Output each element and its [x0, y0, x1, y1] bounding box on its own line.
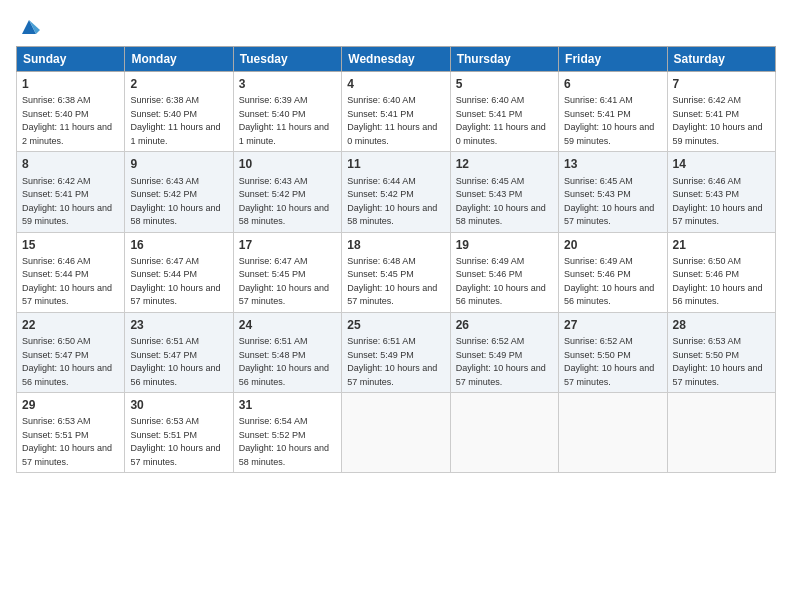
daylight: Daylight: 10 hours and 56 minutes.	[239, 363, 329, 387]
day-number: 26	[456, 317, 553, 333]
sunrise: Sunrise: 6:53 AM	[130, 416, 199, 426]
sunrise: Sunrise: 6:45 AM	[456, 176, 525, 186]
day-number: 15	[22, 237, 119, 253]
daylight: Daylight: 10 hours and 57 minutes.	[347, 363, 437, 387]
sunset: Sunset: 5:51 PM	[130, 430, 197, 440]
day-cell: 5Sunrise: 6:40 AMSunset: 5:41 PMDaylight…	[450, 72, 558, 152]
sunset: Sunset: 5:42 PM	[239, 189, 306, 199]
col-header-thursday: Thursday	[450, 47, 558, 72]
sunset: Sunset: 5:51 PM	[22, 430, 89, 440]
sunrise: Sunrise: 6:49 AM	[456, 256, 525, 266]
day-cell: 17Sunrise: 6:47 AMSunset: 5:45 PMDayligh…	[233, 232, 341, 312]
daylight: Daylight: 10 hours and 57 minutes.	[564, 363, 654, 387]
header-row: SundayMondayTuesdayWednesdayThursdayFrid…	[17, 47, 776, 72]
daylight: Daylight: 10 hours and 58 minutes.	[239, 203, 329, 227]
day-number: 24	[239, 317, 336, 333]
daylight: Daylight: 10 hours and 59 minutes.	[22, 203, 112, 227]
week-row-5: 29Sunrise: 6:53 AMSunset: 5:51 PMDayligh…	[17, 393, 776, 473]
col-header-tuesday: Tuesday	[233, 47, 341, 72]
week-row-4: 22Sunrise: 6:50 AMSunset: 5:47 PMDayligh…	[17, 312, 776, 392]
daylight: Daylight: 10 hours and 59 minutes.	[673, 122, 763, 146]
logo-icon	[18, 16, 40, 38]
day-cell	[667, 393, 775, 473]
day-number: 1	[22, 76, 119, 92]
daylight: Daylight: 10 hours and 56 minutes.	[673, 283, 763, 307]
daylight: Daylight: 10 hours and 57 minutes.	[239, 283, 329, 307]
sunrise: Sunrise: 6:52 AM	[564, 336, 633, 346]
sunset: Sunset: 5:40 PM	[130, 109, 197, 119]
sunrise: Sunrise: 6:38 AM	[130, 95, 199, 105]
header	[16, 16, 776, 38]
sunrise: Sunrise: 6:53 AM	[673, 336, 742, 346]
day-number: 8	[22, 156, 119, 172]
day-number: 16	[130, 237, 227, 253]
sunrise: Sunrise: 6:54 AM	[239, 416, 308, 426]
day-number: 29	[22, 397, 119, 413]
daylight: Daylight: 10 hours and 58 minutes.	[130, 203, 220, 227]
day-number: 30	[130, 397, 227, 413]
sunset: Sunset: 5:44 PM	[22, 269, 89, 279]
sunset: Sunset: 5:41 PM	[22, 189, 89, 199]
sunset: Sunset: 5:42 PM	[130, 189, 197, 199]
calendar-page: SundayMondayTuesdayWednesdayThursdayFrid…	[0, 0, 792, 483]
day-number: 2	[130, 76, 227, 92]
logo	[16, 16, 44, 38]
sunrise: Sunrise: 6:51 AM	[239, 336, 308, 346]
daylight: Daylight: 10 hours and 57 minutes.	[22, 283, 112, 307]
sunset: Sunset: 5:50 PM	[673, 350, 740, 360]
day-number: 19	[456, 237, 553, 253]
day-number: 20	[564, 237, 661, 253]
col-header-sunday: Sunday	[17, 47, 125, 72]
day-cell: 11Sunrise: 6:44 AMSunset: 5:42 PMDayligh…	[342, 152, 450, 232]
day-cell: 30Sunrise: 6:53 AMSunset: 5:51 PMDayligh…	[125, 393, 233, 473]
sunrise: Sunrise: 6:43 AM	[239, 176, 308, 186]
sunrise: Sunrise: 6:38 AM	[22, 95, 91, 105]
day-cell: 8Sunrise: 6:42 AMSunset: 5:41 PMDaylight…	[17, 152, 125, 232]
day-cell: 10Sunrise: 6:43 AMSunset: 5:42 PMDayligh…	[233, 152, 341, 232]
sunrise: Sunrise: 6:45 AM	[564, 176, 633, 186]
logo-text	[16, 16, 42, 38]
day-number: 11	[347, 156, 444, 172]
sunrise: Sunrise: 6:44 AM	[347, 176, 416, 186]
sunrise: Sunrise: 6:41 AM	[564, 95, 633, 105]
day-number: 13	[564, 156, 661, 172]
sunrise: Sunrise: 6:42 AM	[673, 95, 742, 105]
daylight: Daylight: 10 hours and 57 minutes.	[22, 443, 112, 467]
sunrise: Sunrise: 6:40 AM	[347, 95, 416, 105]
day-number: 27	[564, 317, 661, 333]
daylight: Daylight: 11 hours and 2 minutes.	[22, 122, 112, 146]
sunrise: Sunrise: 6:39 AM	[239, 95, 308, 105]
day-number: 23	[130, 317, 227, 333]
day-cell: 1Sunrise: 6:38 AMSunset: 5:40 PMDaylight…	[17, 72, 125, 152]
daylight: Daylight: 10 hours and 56 minutes.	[456, 283, 546, 307]
sunrise: Sunrise: 6:51 AM	[130, 336, 199, 346]
daylight: Daylight: 11 hours and 1 minute.	[239, 122, 329, 146]
day-cell: 25Sunrise: 6:51 AMSunset: 5:49 PMDayligh…	[342, 312, 450, 392]
sunrise: Sunrise: 6:50 AM	[673, 256, 742, 266]
day-number: 22	[22, 317, 119, 333]
day-number: 7	[673, 76, 770, 92]
sunrise: Sunrise: 6:51 AM	[347, 336, 416, 346]
sunset: Sunset: 5:42 PM	[347, 189, 414, 199]
col-header-saturday: Saturday	[667, 47, 775, 72]
day-cell: 3Sunrise: 6:39 AMSunset: 5:40 PMDaylight…	[233, 72, 341, 152]
day-cell: 27Sunrise: 6:52 AMSunset: 5:50 PMDayligh…	[559, 312, 667, 392]
sunrise: Sunrise: 6:50 AM	[22, 336, 91, 346]
sunrise: Sunrise: 6:48 AM	[347, 256, 416, 266]
day-number: 18	[347, 237, 444, 253]
day-cell: 9Sunrise: 6:43 AMSunset: 5:42 PMDaylight…	[125, 152, 233, 232]
day-cell	[450, 393, 558, 473]
sunset: Sunset: 5:45 PM	[239, 269, 306, 279]
daylight: Daylight: 10 hours and 57 minutes.	[564, 203, 654, 227]
daylight: Daylight: 10 hours and 56 minutes.	[564, 283, 654, 307]
col-header-friday: Friday	[559, 47, 667, 72]
sunrise: Sunrise: 6:43 AM	[130, 176, 199, 186]
day-cell: 28Sunrise: 6:53 AMSunset: 5:50 PMDayligh…	[667, 312, 775, 392]
day-cell: 16Sunrise: 6:47 AMSunset: 5:44 PMDayligh…	[125, 232, 233, 312]
sunset: Sunset: 5:52 PM	[239, 430, 306, 440]
daylight: Daylight: 10 hours and 56 minutes.	[22, 363, 112, 387]
col-header-monday: Monday	[125, 47, 233, 72]
sunrise: Sunrise: 6:46 AM	[673, 176, 742, 186]
sunset: Sunset: 5:48 PM	[239, 350, 306, 360]
week-row-1: 1Sunrise: 6:38 AMSunset: 5:40 PMDaylight…	[17, 72, 776, 152]
